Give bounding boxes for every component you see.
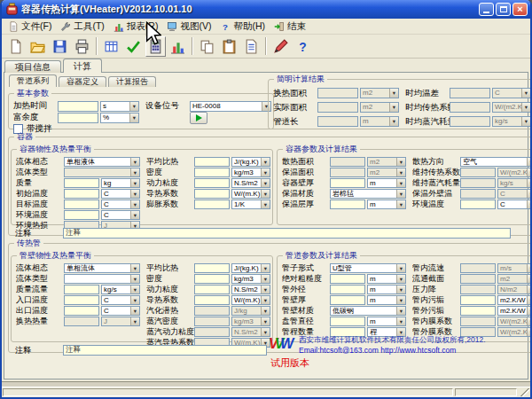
unit-dropdown[interactable]: 1/K▾ xyxy=(231,200,270,209)
pen-button[interactable] xyxy=(270,36,291,57)
unit-dropdown[interactable]: m▾ xyxy=(367,178,406,188)
value-input[interactable] xyxy=(64,178,99,188)
minimize-button[interactable] xyxy=(479,3,494,16)
value-input[interactable] xyxy=(330,295,365,305)
sub-tab[interactable]: 容器定义 xyxy=(59,76,106,87)
unit-dropdown[interactable]: m▾ xyxy=(367,295,406,305)
unit-dropdown[interactable]: m2.K/W▾ xyxy=(497,295,532,305)
unit-dropdown[interactable]: m▾ xyxy=(367,285,406,294)
value-input[interactable] xyxy=(194,168,230,177)
unit-dropdown[interactable]: C▾ xyxy=(101,189,140,199)
value-input[interactable] xyxy=(460,200,496,209)
menu-item[interactable]: ?帮助(H) xyxy=(215,20,270,34)
menu-item[interactable]: 报表(R) xyxy=(109,20,163,34)
new-file-button[interactable] xyxy=(5,36,26,57)
save-button[interactable] xyxy=(50,36,70,57)
dropdown-field[interactable]: 低碳钢▾ xyxy=(330,306,406,316)
resize-grip[interactable] xyxy=(519,388,529,396)
value-input[interactable] xyxy=(64,306,99,316)
unit-dropdown[interactable]: m▾ xyxy=(367,200,406,209)
unit-dropdown[interactable]: %▾ xyxy=(100,113,139,123)
dropdown-field[interactable]: 单相流体▾ xyxy=(64,263,140,273)
printer-button[interactable] xyxy=(72,36,92,57)
value-input[interactable] xyxy=(194,178,230,188)
dropdown-field[interactable]: 单相液体▾ xyxy=(64,157,140,167)
maximize-button[interactable] xyxy=(496,3,511,16)
unit-dropdown[interactable]: m▾ xyxy=(367,274,406,284)
value-input[interactable] xyxy=(64,200,99,209)
unit-dropdown[interactable]: kg/s▾ xyxy=(101,285,140,294)
dropdown-field[interactable]: 岩棉毡▾ xyxy=(330,189,406,199)
field-label: 时均蒸汽耗量 xyxy=(405,116,450,128)
grid-button[interactable] xyxy=(101,36,121,57)
value-input[interactable] xyxy=(64,210,99,220)
field-label: 管道长 xyxy=(273,116,317,128)
unit-dropdown[interactable]: N.S/m2▾ xyxy=(231,178,270,188)
unit-dropdown[interactable]: C▾ xyxy=(101,210,140,220)
value-input[interactable] xyxy=(58,113,98,123)
clipboard-button[interactable] xyxy=(219,36,239,57)
unit-dropdown[interactable]: m2.K/W▾ xyxy=(497,306,532,316)
unit-dropdown[interactable]: J/(kg.K)▾ xyxy=(231,157,270,167)
value-input[interactable] xyxy=(64,189,99,199)
unit-dropdown[interactable]: J/(kg.K)▾ xyxy=(231,263,270,273)
value-input[interactable] xyxy=(194,200,230,209)
menu-item[interactable]: 工具(T) xyxy=(56,20,108,34)
value-input[interactable] xyxy=(194,263,230,273)
open-folder-button[interactable] xyxy=(27,36,48,57)
value-input[interactable] xyxy=(330,200,365,209)
value-input[interactable] xyxy=(194,295,230,305)
website-link[interactable]: http://www.htcsoft.com xyxy=(380,346,456,355)
email-link[interactable]: Email:htcsoft@163.com xyxy=(299,346,379,355)
dropdown-field[interactable]: U型管▾ xyxy=(330,263,406,273)
main-tab[interactable]: 计算 xyxy=(63,59,102,73)
unit-dropdown[interactable]: W/(m.K)▾ xyxy=(231,189,270,199)
sub-tab[interactable]: 管道系列 xyxy=(9,74,57,87)
run-calculation-button[interactable] xyxy=(190,112,207,124)
value-input[interactable] xyxy=(330,274,365,284)
dropdown-field[interactable]: ▾ xyxy=(64,274,140,284)
value-input[interactable] xyxy=(194,285,230,294)
value-input[interactable] xyxy=(460,306,496,316)
dropdown-field[interactable]: 空气▾ xyxy=(460,157,532,167)
close-button[interactable]: × xyxy=(512,3,528,16)
dropdown-arrow-icon: ▾ xyxy=(389,89,398,98)
dropdown-value: m2 xyxy=(368,158,396,166)
value-input[interactable] xyxy=(194,189,230,199)
dropdown-value: m xyxy=(368,179,396,187)
value-input[interactable] xyxy=(64,295,99,305)
calculator-button[interactable] xyxy=(145,36,166,57)
report-button[interactable] xyxy=(241,36,262,57)
dropdown-arrow-icon: ▾ xyxy=(389,103,398,112)
help-button[interactable]: ? xyxy=(293,36,313,57)
unit-dropdown[interactable]: kg▾ xyxy=(101,178,140,188)
value-input[interactable] xyxy=(194,274,230,284)
menu-item[interactable]: 视图(V) xyxy=(162,20,215,34)
menu-item[interactable]: 文件(F) xyxy=(4,20,56,34)
unit-dropdown[interactable]: C▾ xyxy=(101,295,140,305)
value-input[interactable] xyxy=(194,157,230,167)
unit-dropdown[interactable]: C▾ xyxy=(497,200,532,209)
menu-item[interactable]: 结束 xyxy=(270,20,310,34)
chart-button[interactable] xyxy=(168,36,188,57)
main-tab[interactable]: 项目信息 xyxy=(4,60,61,73)
unit-dropdown[interactable]: C▾ xyxy=(101,200,140,209)
unit-dropdown[interactable]: kg/m3▾ xyxy=(231,168,270,177)
value-input[interactable] xyxy=(330,317,365,326)
dropdown-field[interactable]: HE-0008▾ xyxy=(190,101,271,112)
unit-dropdown[interactable]: W/(m.K)▾ xyxy=(231,295,270,305)
value-input[interactable] xyxy=(330,178,365,188)
tube-note-input[interactable] xyxy=(63,345,267,356)
value-input[interactable] xyxy=(64,285,99,294)
unit-dropdown[interactable]: C▾ xyxy=(101,306,140,316)
copy-button[interactable] xyxy=(197,36,217,57)
check-button[interactable] xyxy=(123,36,144,57)
unit-dropdown[interactable]: m▾ xyxy=(367,317,406,326)
value-input[interactable] xyxy=(58,101,98,112)
unit-dropdown[interactable]: s▾ xyxy=(100,101,139,112)
sub-tab[interactable]: 计算报告 xyxy=(108,76,156,87)
value-input[interactable] xyxy=(330,285,365,294)
value-input[interactable] xyxy=(460,295,496,305)
unit-dropdown[interactable]: N.S/m2▾ xyxy=(231,285,270,294)
unit-dropdown[interactable]: kg/m3▾ xyxy=(231,274,270,284)
